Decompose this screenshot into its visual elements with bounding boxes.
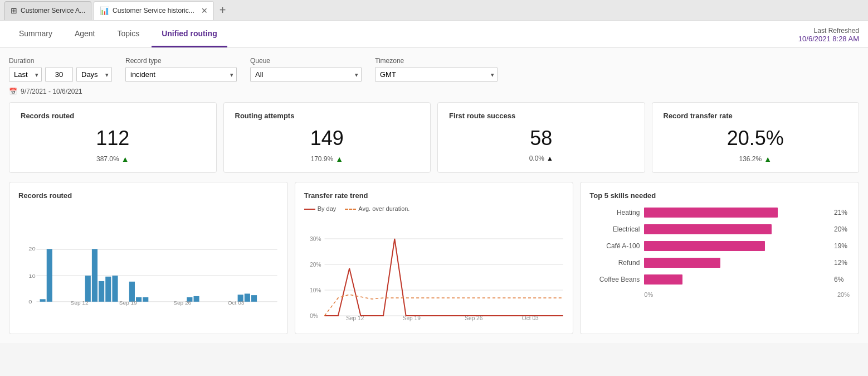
duration-label: Duration bbox=[9, 57, 112, 65]
svg-rect-6 bbox=[40, 299, 46, 302]
filters-row: Duration Last Days Record type bbox=[9, 57, 859, 82]
timezone-filter: Timezone GMT bbox=[375, 57, 498, 82]
duration-value-input[interactable] bbox=[45, 67, 73, 82]
top-skills-chart: Top 5 skills needed Heating 21% Electric… bbox=[580, 182, 859, 334]
svg-text:20%: 20% bbox=[310, 262, 321, 268]
nav-area: Summary Agent Topics Unified routing Las… bbox=[0, 21, 868, 48]
skill-row-0: Heating 21% bbox=[589, 208, 850, 218]
tab2-close-icon[interactable]: ✕ bbox=[201, 6, 208, 15]
kpi-records-routed-value: 112 bbox=[21, 127, 205, 150]
kpi-records-routed-title: Records routed bbox=[21, 112, 205, 120]
transfer-rate-chart: Transfer rate trend By day Avg. over dur… bbox=[295, 182, 574, 334]
svg-rect-9 bbox=[92, 249, 97, 302]
svg-rect-13 bbox=[129, 282, 135, 302]
queue-label: Queue bbox=[250, 57, 362, 65]
kpi-record-transfer-rate-trend: 136.2% bbox=[739, 155, 762, 163]
bar-chart-svg: 0 10 20 bbox=[18, 205, 279, 306]
svg-text:Sep 12: Sep 12 bbox=[71, 300, 89, 306]
line-chart-svg: 0% 10% 20% 30% Sep 12 Sep bbox=[304, 215, 564, 321]
kpi-routing-attempts-trend: 170.9% bbox=[310, 155, 333, 163]
legend-avg: Avg. over duration. bbox=[358, 205, 409, 212]
svg-rect-15 bbox=[143, 297, 148, 302]
skills-chart: Heating 21% Electrical 20% Café A-100 19… bbox=[589, 205, 850, 300]
skill-bar-3 bbox=[644, 258, 720, 268]
last-refreshed-value: 10/6/2021 8:28 AM bbox=[798, 35, 859, 43]
timezone-select[interactable]: GMT bbox=[375, 67, 498, 82]
svg-rect-19 bbox=[245, 293, 250, 301]
tab1-icon: ⊞ bbox=[11, 6, 17, 15]
tab-unified-routing[interactable]: Unified routing bbox=[152, 21, 227, 47]
skill-label-3: Refund bbox=[589, 259, 640, 267]
kpi-records-routed-footer: 387.0% ▲ bbox=[21, 155, 205, 163]
calendar-icon: 📅 bbox=[9, 88, 17, 95]
skill-label-2: Café A-100 bbox=[589, 242, 640, 250]
duration-unit-select[interactable]: Days bbox=[76, 67, 112, 82]
kpi-first-route-success-footer: 0.0% ▲ bbox=[449, 155, 633, 162]
line-chart-area: 0% 10% 20% 30% Sep 12 Sep bbox=[304, 215, 564, 327]
skill-bar-2 bbox=[644, 241, 765, 251]
tab-agent[interactable]: Agent bbox=[65, 21, 105, 47]
duration-period-select[interactable]: Last bbox=[9, 67, 42, 82]
kpi-row: Records routed 112 387.0% ▲ Routing atte… bbox=[9, 102, 859, 173]
legend-solid-icon bbox=[304, 209, 315, 210]
browser-tab-2[interactable]: 📊 Customer Service historic... ✕ bbox=[94, 1, 214, 20]
svg-rect-12 bbox=[112, 276, 118, 302]
transfer-rate-chart-title: Transfer rate trend bbox=[304, 191, 564, 200]
kpi-first-route-success-value: 58 bbox=[449, 127, 633, 150]
skill-row-3: Refund 12% bbox=[589, 258, 850, 268]
legend-by-day: By day bbox=[318, 205, 337, 212]
record-type-filter: Record type incident bbox=[125, 57, 237, 82]
record-type-select[interactable]: incident bbox=[125, 67, 237, 82]
tab-summary[interactable]: Summary bbox=[9, 21, 62, 47]
skill-bar-wrap-0 bbox=[644, 208, 827, 218]
skill-pct-3: 12% bbox=[834, 259, 850, 267]
skills-x-0: 0% bbox=[644, 291, 653, 298]
svg-text:Sep 19: Sep 19 bbox=[119, 300, 137, 306]
records-routed-chart: Records routed 0 10 20 bbox=[9, 182, 288, 334]
skill-bar-1 bbox=[644, 224, 772, 234]
skill-bar-wrap-2 bbox=[644, 241, 827, 251]
skills-x-axis: 0%20% bbox=[644, 291, 850, 298]
kpi-record-transfer-rate: Record transfer rate 20.5% 136.2% ▲ bbox=[652, 102, 860, 173]
queue-filter: Queue All bbox=[250, 57, 362, 82]
kpi-routing-attempts-value: 149 bbox=[235, 127, 420, 150]
skill-bar-wrap-1 bbox=[644, 224, 827, 234]
svg-rect-11 bbox=[105, 277, 111, 302]
kpi-records-routed: Records routed 112 387.0% ▲ bbox=[9, 102, 217, 173]
skill-row-1: Electrical 20% bbox=[589, 224, 850, 234]
kpi-routing-attempts-title: Routing attempts bbox=[235, 112, 420, 120]
records-routed-chart-title: Records routed bbox=[18, 191, 279, 200]
browser-tab-bar: ⊞ Customer Service A... 📊 Customer Servi… bbox=[0, 0, 868, 21]
last-refreshed-label: Last Refreshed bbox=[798, 27, 859, 35]
svg-text:Oct 03: Oct 03 bbox=[522, 315, 539, 321]
svg-text:Sep 26: Sep 26 bbox=[173, 300, 191, 306]
skill-label-4: Coffee Beans bbox=[589, 276, 640, 283]
charts-row: Records routed 0 10 20 bbox=[9, 182, 859, 334]
tab-topics[interactable]: Topics bbox=[108, 21, 150, 47]
kpi-records-routed-arrow: ▲ bbox=[121, 155, 129, 163]
queue-select[interactable]: All bbox=[250, 67, 362, 82]
skill-pct-1: 20% bbox=[834, 225, 850, 233]
browser-tab-1[interactable]: ⊞ Customer Service A... bbox=[4, 1, 91, 20]
svg-text:Sep 12: Sep 12 bbox=[346, 315, 364, 321]
tab2-label: Customer Service historic... bbox=[113, 7, 194, 15]
svg-text:Oct 03: Oct 03 bbox=[228, 300, 245, 306]
kpi-records-routed-trend: 387.0% bbox=[96, 155, 119, 163]
svg-text:Sep 26: Sep 26 bbox=[465, 315, 483, 321]
kpi-record-transfer-rate-value: 20.5% bbox=[664, 127, 848, 150]
skill-pct-0: 21% bbox=[834, 209, 850, 216]
nav-tabs: Summary Agent Topics Unified routing bbox=[9, 21, 227, 47]
skill-bar-wrap-4 bbox=[644, 274, 827, 285]
add-tab-button[interactable]: + bbox=[216, 4, 230, 17]
svg-rect-7 bbox=[47, 249, 52, 302]
svg-text:0: 0 bbox=[28, 298, 32, 305]
record-type-label: Record type bbox=[125, 57, 237, 65]
svg-text:20: 20 bbox=[28, 245, 36, 252]
chart-legend: By day Avg. over duration. bbox=[304, 205, 564, 212]
bar-chart-area: 0 10 20 bbox=[18, 205, 279, 306]
svg-text:Sep 19: Sep 19 bbox=[402, 315, 421, 321]
skills-x-20: 20% bbox=[837, 291, 850, 298]
svg-rect-20 bbox=[251, 295, 257, 302]
kpi-first-route-success-trend: 0.0% bbox=[529, 155, 544, 162]
skill-row-4: Coffee Beans 6% bbox=[589, 274, 850, 285]
